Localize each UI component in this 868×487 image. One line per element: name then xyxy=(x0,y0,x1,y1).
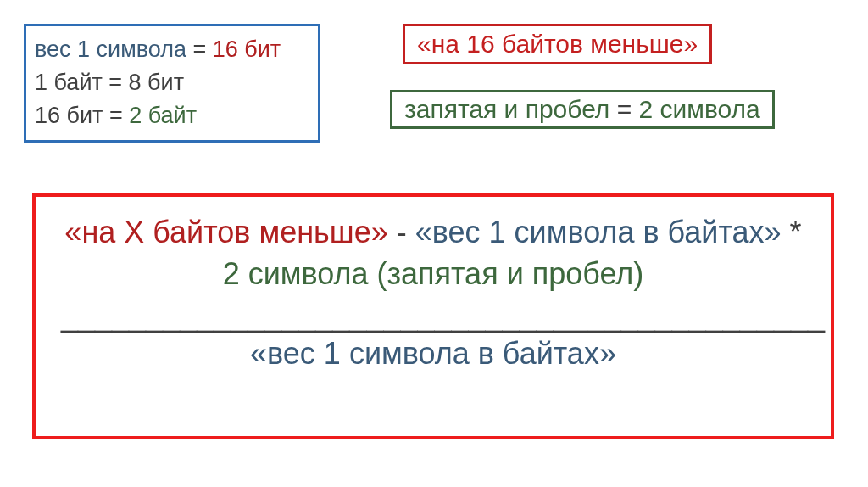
text-segment: 2 символа (запятая и пробел) xyxy=(223,256,644,291)
text-segment: = xyxy=(186,36,213,62)
fraction-bar: ________________________________________… xyxy=(61,299,805,333)
given-difference-box: «на 16 байтов меньше» xyxy=(403,24,712,64)
formula-box: «на Х байтов меньше» - «вес 1 символа в … xyxy=(32,193,834,439)
text-segment: «вес 1 символа в байтах» xyxy=(415,215,782,249)
comma-space-box: запятая и пробел = 2 символа xyxy=(390,90,775,129)
fact-line-1: вес 1 символа = 16 бит xyxy=(35,33,309,66)
text-segment: 2 байт xyxy=(129,103,197,128)
weight-facts-box: вес 1 символа = 16 бит 1 байт = 8 бит 16… xyxy=(24,24,320,143)
fact-line-3: 16 бит = 2 байт xyxy=(35,99,309,132)
text-segment: * xyxy=(782,215,802,249)
text-segment: «на Х байтов меньше» xyxy=(64,215,387,249)
given-difference-text: «на 16 байтов меньше» xyxy=(417,30,698,59)
text-segment: вес 1 символа xyxy=(35,36,186,62)
comma-space-text: запятая и пробел = 2 символа xyxy=(404,95,760,124)
formula-numerator: «на Х байтов меньше» - «вес 1 символа в … xyxy=(61,212,805,294)
fact-line-2: 1 байт = 8 бит xyxy=(35,66,309,99)
text-segment: 16 бит xyxy=(213,36,281,62)
text-segment: - xyxy=(388,215,415,249)
text-segment: = xyxy=(609,95,638,123)
text-segment: 2 символа xyxy=(639,95,760,123)
text-segment: 16 бит = xyxy=(35,103,129,128)
text-segment: запятая и пробел xyxy=(404,95,609,123)
formula-denominator: «вес 1 символа в байтах» xyxy=(61,333,805,375)
